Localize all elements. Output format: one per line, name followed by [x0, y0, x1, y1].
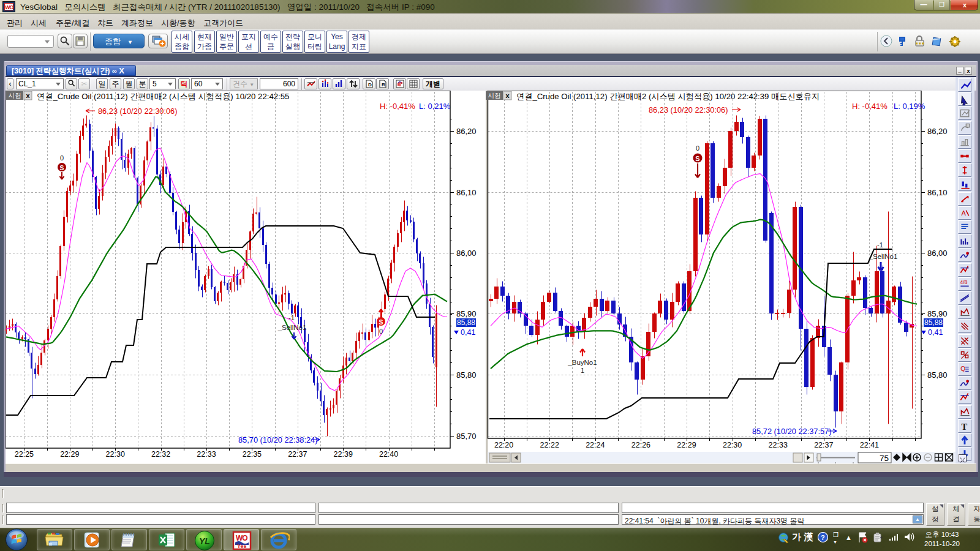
svg-text:85,80: 85,80 — [927, 370, 948, 380]
svg-text:시험: 시험 — [488, 92, 501, 99]
svg-text:85,88: 85,88 — [924, 318, 943, 327]
svg-text:-1: -1 — [877, 241, 883, 249]
svg-text:0: 0 — [60, 154, 64, 162]
svg-text:85,70 (10/20 22:38:24): 85,70 (10/20 22:38:24) — [238, 435, 318, 444]
svg-text:_SellNo1: _SellNo1 — [277, 324, 307, 331]
svg-text:YL: YL — [199, 536, 210, 546]
svg-text:22:39: 22:39 — [334, 450, 353, 459]
svg-text:22:37: 22:37 — [814, 441, 833, 449]
svg-text:S: S — [695, 155, 699, 162]
svg-text:22:20: 22:20 — [494, 441, 513, 449]
svg-text:Q: Q — [960, 365, 965, 372]
svg-text:75: 75 — [880, 454, 889, 463]
svg-text:85,80: 85,80 — [456, 370, 477, 380]
svg-text:86,00: 86,00 — [456, 249, 477, 258]
svg-text:85,72 (10/20 22:37:57): 85,72 (10/20 22:37:57) — [752, 427, 832, 436]
svg-text:22:30: 22:30 — [106, 450, 125, 459]
svg-text:WO: WO — [236, 534, 247, 542]
svg-text:85,88: 85,88 — [457, 318, 475, 327]
svg-text:1: 1 — [581, 367, 584, 374]
svg-text:A: A — [961, 209, 966, 217]
svg-text:22:37: 22:37 — [288, 450, 307, 459]
svg-text:22:22: 22:22 — [540, 441, 559, 449]
svg-text:_BuyNo1: _BuyNo1 — [567, 359, 597, 366]
svg-text:85,90: 85,90 — [927, 309, 948, 318]
svg-text:22:32: 22:32 — [151, 450, 170, 459]
svg-text:?: ? — [821, 534, 825, 541]
svg-text:연결_Crude Oil (2011,12) 간편매매2 (: 연결_Crude Oil (2011,12) 간편매매2 (시스템 시험적용) … — [37, 92, 289, 101]
svg-text:0,41: 0,41 — [461, 328, 475, 337]
svg-text:연결_Crude Oil (2011,12) 간편매매2 (: 연결_Crude Oil (2011,12) 간편매매2 (시스템 시험적용) … — [516, 92, 820, 101]
svg-text:86,10: 86,10 — [927, 188, 948, 197]
svg-text:_SellNo1: _SellNo1 — [869, 253, 898, 260]
svg-text:T: T — [961, 421, 967, 431]
svg-text:22:35: 22:35 — [243, 450, 262, 459]
svg-text:86,20: 86,20 — [456, 127, 477, 136]
svg-text:22:40: 22:40 — [379, 450, 398, 459]
svg-text:22:25: 22:25 — [15, 450, 34, 459]
svg-text:0,41: 0,41 — [928, 328, 943, 337]
svg-text:22:24: 22:24 — [586, 441, 605, 449]
svg-text:86,00: 86,00 — [927, 249, 948, 258]
svg-text:22:26: 22:26 — [631, 441, 650, 449]
svg-text:0: 0 — [379, 328, 383, 335]
svg-text:85,70: 85,70 — [456, 432, 477, 441]
svg-text:22:29: 22:29 — [677, 441, 696, 449]
svg-text:L: 0,19%: L: 0,19% — [894, 102, 925, 111]
svg-text:22:30: 22:30 — [723, 441, 742, 449]
svg-text:x: x — [26, 92, 30, 99]
svg-text:x: x — [505, 92, 510, 99]
svg-text:22:33: 22:33 — [197, 450, 216, 459]
svg-text:86,20: 86,20 — [927, 127, 948, 136]
svg-text:H: -0,41%: H: -0,41% — [380, 102, 415, 111]
svg-text:D: D — [368, 82, 372, 88]
svg-text:L: 0,21%: L: 0,21% — [419, 102, 451, 111]
svg-text:H: -0,41%: H: -0,41% — [852, 102, 888, 111]
svg-text:R: R — [382, 82, 385, 88]
svg-text:22:33: 22:33 — [769, 441, 788, 449]
svg-text:86,23 (10/20 22:30:06): 86,23 (10/20 22:30:06) — [649, 105, 728, 114]
svg-text:S: S — [379, 318, 383, 326]
svg-text:시험: 시험 — [9, 92, 21, 99]
svg-text:4/8: 4/8 — [960, 279, 967, 285]
svg-text:Yes: Yes — [237, 543, 247, 549]
svg-text:-1: -1 — [288, 314, 295, 321]
svg-text:0: 0 — [696, 144, 699, 152]
svg-text:22:29: 22:29 — [60, 450, 79, 459]
svg-text:86,23 (10/20 22:30:06): 86,23 (10/20 22:30:06) — [98, 107, 178, 116]
svg-text:S: S — [59, 164, 64, 171]
svg-text:85,90: 85,90 — [456, 309, 477, 318]
svg-text:86,10: 86,10 — [456, 188, 477, 197]
svg-text:22:41: 22:41 — [860, 441, 879, 449]
